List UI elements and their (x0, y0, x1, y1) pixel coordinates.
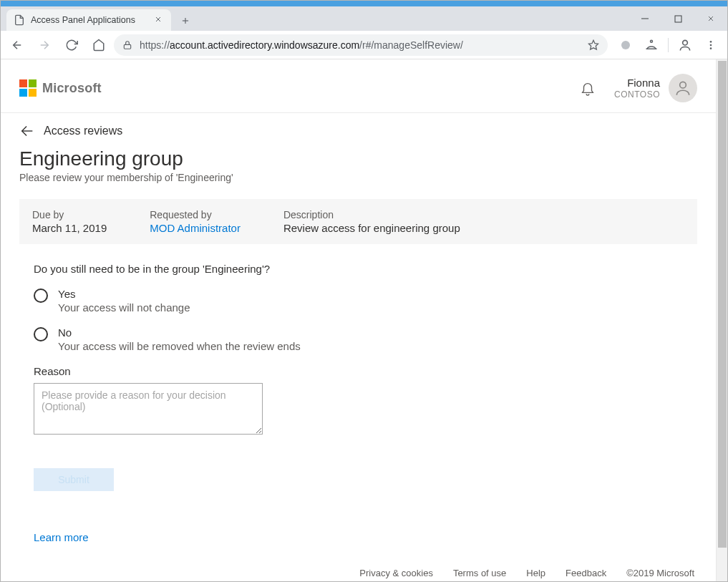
info-description: Description Review access for engineerin… (283, 209, 460, 234)
avatar (669, 74, 697, 102)
toolbar-right (611, 34, 723, 57)
page-subtitle: Please review your membership of 'Engine… (19, 172, 697, 183)
svg-rect-10 (124, 44, 130, 49)
footer: Privacy & cookies Terms of use Help Feed… (359, 568, 694, 578)
maximize-button[interactable] (661, 8, 694, 29)
footer-terms[interactable]: Terms of use (453, 568, 506, 578)
reload-button[interactable] (59, 34, 84, 57)
footer-privacy[interactable]: Privacy & cookies (359, 568, 433, 578)
footer-feedback[interactable]: Feedback (566, 568, 606, 578)
due-by-label: Due by (32, 209, 107, 220)
option-yes-desc: Your access will not change (58, 301, 190, 314)
due-by-value: March 11, 2019 (32, 222, 107, 234)
cast-icon[interactable] (639, 34, 664, 57)
close-icon[interactable] (154, 15, 164, 25)
radio-icon (34, 327, 48, 341)
question-text: Do you still need to be in the group 'En… (34, 263, 502, 275)
extension-icon[interactable] (613, 34, 638, 57)
header-right: Fionna CONTOSO (580, 74, 697, 102)
svg-point-15 (710, 41, 712, 43)
user-menu[interactable]: Fionna CONTOSO (614, 74, 697, 102)
microsoft-logo-icon (19, 79, 37, 97)
option-no[interactable]: No Your access will be removed when the … (34, 326, 502, 352)
forward-button[interactable] (32, 34, 57, 57)
browser-toolbar: https://account.activedirectory.windowsa… (1, 31, 727, 59)
svg-point-17 (710, 47, 712, 49)
address-bar[interactable]: https://account.activedirectory.windowsa… (114, 34, 608, 56)
reason-textarea[interactable] (34, 383, 263, 435)
browser-tab[interactable]: Access Panel Applications (6, 9, 171, 31)
requested-by-label: Requested by (150, 209, 241, 220)
tab-strip: Access Panel Applications (1, 6, 727, 31)
window-controls (628, 6, 727, 31)
option-no-desc: Your access will be removed when the rev… (58, 340, 301, 352)
toolbar-separator (668, 38, 669, 52)
back-arrow-icon[interactable] (19, 123, 35, 139)
tenant-name: CONTOSO (614, 89, 660, 100)
notifications-icon[interactable] (580, 80, 596, 96)
page-icon (14, 14, 25, 26)
svg-marker-11 (588, 40, 598, 49)
info-due: Due by March 11, 2019 (32, 209, 107, 234)
browser-chrome: Access Panel Applications (1, 1, 727, 59)
window-titlebar-accent (1, 1, 727, 6)
page-title: Engineering group (19, 147, 697, 170)
svg-point-14 (683, 40, 688, 45)
page-content: Microsoft Fionna CONTOSO (1, 59, 716, 582)
option-yes-label: Yes (58, 288, 190, 300)
info-requested-by: Requested by MOD Administrator (150, 209, 241, 234)
breadcrumb-label[interactable]: Access reviews (44, 125, 122, 137)
svg-point-18 (680, 82, 686, 88)
lock-icon (122, 40, 132, 50)
page-header: Microsoft Fionna CONTOSO (1, 59, 716, 113)
requested-by-value[interactable]: MOD Administrator (150, 222, 241, 234)
home-button[interactable] (87, 34, 111, 57)
description-value: Review access for engineering group (283, 222, 460, 234)
footer-help[interactable]: Help (526, 568, 545, 578)
breadcrumb: Access reviews (1, 113, 716, 143)
svg-point-13 (651, 40, 653, 42)
url-text: https://account.activedirectory.windowsa… (140, 39, 581, 51)
scrollbar-thumb[interactable] (718, 61, 727, 548)
menu-icon[interactable] (699, 34, 723, 57)
review-form: Do you still need to be in the group 'En… (1, 244, 502, 543)
back-button[interactable] (5, 34, 29, 57)
svg-rect-5 (675, 16, 681, 22)
svg-point-16 (710, 44, 712, 46)
radio-icon (34, 288, 48, 303)
title-block: Engineering group Please review your mem… (1, 143, 716, 190)
brand-name: Microsoft (42, 81, 102, 96)
profile-icon[interactable] (673, 34, 697, 57)
new-tab-button[interactable] (175, 11, 195, 31)
learn-more-link[interactable]: Learn more (34, 531, 502, 543)
info-bar: Due by March 11, 2019 Requested by MOD A… (19, 199, 697, 244)
reason-label: Reason (34, 365, 502, 377)
bookmark-icon[interactable] (588, 39, 599, 51)
option-no-label: No (58, 326, 301, 339)
svg-point-12 (621, 41, 630, 49)
user-name: Fionna (627, 77, 660, 89)
vertical-scrollbar[interactable] (716, 59, 727, 582)
submit-button[interactable]: Submit (34, 468, 114, 491)
option-yes[interactable]: Yes Your access will not change (34, 288, 502, 314)
brand[interactable]: Microsoft (19, 79, 102, 97)
description-label: Description (283, 209, 460, 220)
footer-copyright: ©2019 Microsoft (626, 568, 694, 578)
minimize-button[interactable] (628, 8, 661, 29)
close-window-button[interactable] (694, 8, 727, 29)
tab-title: Access Panel Applications (31, 15, 148, 25)
viewport: Microsoft Fionna CONTOSO (1, 59, 727, 582)
